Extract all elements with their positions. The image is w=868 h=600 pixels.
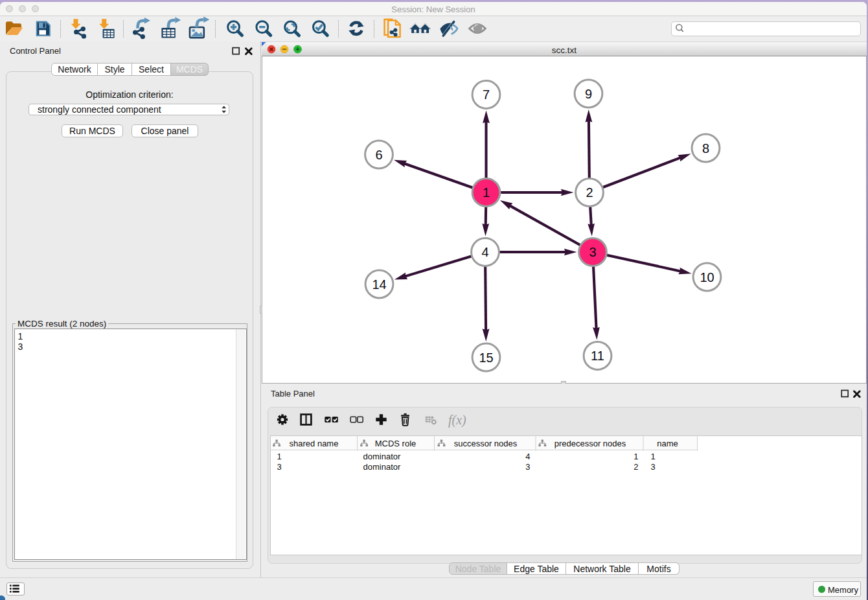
svg-text:7: 7 (483, 87, 490, 102)
svg-text:3: 3 (525, 462, 530, 472)
svg-text:predecessor nodes: predecessor nodes (554, 439, 626, 448)
svg-text:15: 15 (479, 351, 493, 365)
svg-text:10: 10 (700, 270, 714, 284)
svg-text:9: 9 (585, 87, 592, 101)
svg-text:8: 8 (702, 141, 709, 156)
svg-text:1: 1 (277, 452, 281, 461)
svg-text:f(x): f(x) (448, 413, 466, 428)
svg-text:successor nodes: successor nodes (453, 439, 517, 448)
svg-text:4: 4 (525, 452, 530, 461)
svg-text:6: 6 (375, 148, 382, 162)
svg-text:14: 14 (372, 277, 386, 292)
svg-text:2: 2 (634, 462, 638, 472)
svg-text:11: 11 (591, 349, 604, 363)
svg-text:4: 4 (481, 245, 488, 259)
svg-text:3: 3 (277, 462, 281, 472)
svg-text:1: 1 (650, 452, 655, 461)
svg-text:3: 3 (650, 462, 655, 472)
svg-text:1: 1 (634, 452, 638, 461)
svg-text:dominator: dominator (363, 462, 400, 472)
svg-text:MCDS role: MCDS role (374, 439, 416, 448)
svg-text:shared name: shared name (289, 439, 338, 448)
svg-text:dominator: dominator (363, 452, 400, 461)
svg-text:2: 2 (586, 185, 593, 200)
svg-text:1: 1 (483, 185, 490, 200)
svg-text:3: 3 (589, 245, 596, 259)
svg-text:name: name (657, 439, 678, 448)
